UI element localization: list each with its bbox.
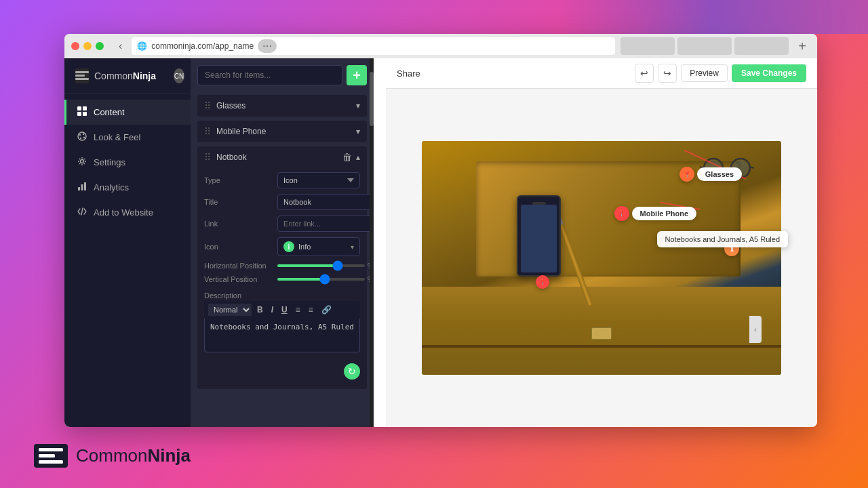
- sidebar-item-analytics[interactable]: Analytics: [64, 175, 191, 200]
- description-textarea[interactable]: Notebooks and Journals, A5 Ruled: [204, 319, 360, 352]
- add-item-button[interactable]: +: [347, 65, 367, 85]
- svg-rect-13: [78, 187, 80, 190]
- list-item: ⠿ Mobile Phone ▾: [197, 121, 367, 142]
- refresh-btn[interactable]: ↻: [344, 363, 360, 380]
- scrollbar-thumb[interactable]: [370, 72, 374, 126]
- underline-btn[interactable]: U: [279, 304, 290, 316]
- more-options-btn[interactable]: ⋯: [258, 39, 277, 53]
- scrollbar-track[interactable]: [370, 58, 374, 427]
- bottom-logo-text: CommonNinja: [76, 445, 191, 466]
- svg-rect-0: [75, 71, 89, 73]
- tab-3[interactable]: [734, 37, 789, 55]
- chevron-down-icon: ▾: [351, 243, 354, 251]
- preview-area: Share ↩ ↪ Preview Save Changes: [386, 58, 817, 427]
- sidebar-item-settings[interactable]: Settings: [64, 150, 191, 175]
- type-row: Type Icon Text Image: [204, 172, 360, 188]
- svg-rect-15: [84, 182, 86, 190]
- mobile-phone-item-header[interactable]: ⠿ Mobile Phone ▾: [197, 121, 367, 142]
- svg-point-8: [79, 134, 81, 136]
- back-button[interactable]: ‹: [115, 39, 126, 54]
- share-label: Share: [397, 68, 420, 79]
- tab-1[interactable]: [620, 37, 675, 55]
- mobile-phone-item-label: Mobile Phone: [216, 127, 266, 136]
- bottom-logo: CommonNinja: [34, 444, 191, 468]
- delete-notebook-btn[interactable]: 🗑: [342, 152, 352, 163]
- link-btn[interactable]: 🔗: [319, 304, 334, 316]
- svg-point-9: [83, 134, 84, 135]
- description-section: Description Normal B I U ≡ ≡ 🔗: [204, 289, 360, 355]
- browser-window: ‹ 🌐 commoninja.com/app_name ⋯ +: [64, 34, 817, 427]
- extra-hotspot[interactable]: 📍: [536, 275, 549, 289]
- svg-rect-6: [83, 112, 87, 116]
- horizontal-position-slider[interactable]: [277, 264, 365, 267]
- svg-point-10: [83, 137, 85, 138]
- collapse-notebook-btn[interactable]: ▴: [356, 152, 360, 162]
- panel-items-list: ⠿ Glasses ▾ ⠿ Mobile Phone: [191, 92, 374, 427]
- collapse-glasses-btn[interactable]: ▾: [356, 101, 360, 110]
- glasses-item-header[interactable]: ⠿ Glasses ▾: [197, 95, 367, 117]
- close-window-btn[interactable]: [71, 42, 79, 50]
- drag-handle-icon[interactable]: ⠿: [204, 126, 211, 137]
- app-content: CommonNinja CN Common Ninja ▾: [64, 58, 817, 427]
- panel-collapse-btn[interactable]: ‹: [749, 316, 762, 343]
- notebook-tooltip: Notebooks and Journals, A5 Ruled: [657, 231, 788, 247]
- mobile-phone-hotspot[interactable]: 📍 Mobile Phone: [614, 206, 697, 221]
- ordered-list-btn[interactable]: ≡: [293, 304, 303, 316]
- svg-rect-1: [75, 75, 85, 77]
- sidebar-item-label: Look & Feel: [94, 132, 140, 142]
- save-changes-button[interactable]: Save Changes: [732, 64, 806, 82]
- logo-icon: [75, 68, 89, 83]
- drag-handle-icon[interactable]: ⠿: [204, 100, 211, 111]
- notebook-item-header[interactable]: ⠿ Notbook 🗑 ▴: [197, 146, 367, 168]
- address-bar[interactable]: 🌐 commoninja.com/app_name ⋯: [132, 37, 615, 55]
- undo-btn[interactable]: ↩: [635, 64, 654, 83]
- italic-btn[interactable]: I: [269, 304, 276, 316]
- panel-search: +: [191, 58, 374, 92]
- link-label: Link: [204, 220, 272, 228]
- sidebar-item-add-to-website[interactable]: Add to Website: [64, 200, 191, 225]
- search-input[interactable]: [197, 65, 342, 85]
- tab-2[interactable]: [677, 37, 732, 55]
- preview-header: Share ↩ ↪ Preview Save Changes: [386, 58, 817, 89]
- icon-label: Icon: [204, 243, 272, 251]
- vertical-position-slider[interactable]: [277, 278, 365, 281]
- svg-rect-14: [81, 184, 83, 190]
- maximize-window-btn[interactable]: [96, 42, 104, 50]
- link-input[interactable]: [277, 216, 374, 232]
- title-input[interactable]: [277, 194, 374, 210]
- svg-rect-23: [39, 448, 63, 451]
- header-logo-area: CommonNinja: [94, 70, 156, 81]
- glasses-hotspot[interactable]: 📍 Glasses: [679, 167, 742, 182]
- preview-button[interactable]: Preview: [681, 64, 728, 82]
- sidebar-item-look-feel[interactable]: Look & Feel: [64, 125, 191, 150]
- minimize-window-btn[interactable]: [83, 42, 92, 50]
- horizontal-slider-wrapper: %: [277, 262, 374, 270]
- traffic-lights: [71, 42, 104, 50]
- new-tab-button[interactable]: +: [794, 39, 810, 54]
- svg-point-7: [78, 132, 86, 140]
- code-icon: [77, 207, 87, 218]
- icon-select[interactable]: i Info ▾: [277, 237, 360, 256]
- drag-handle-icon[interactable]: ⠿: [204, 152, 211, 163]
- glasses-item-label: Glasses: [216, 101, 245, 110]
- svg-rect-25: [39, 460, 63, 464]
- collapse-mobile-btn[interactable]: ▾: [356, 127, 360, 136]
- list-item: ⠿ Notbook 🗑 ▴ Type: [197, 146, 367, 389]
- glasses-pin-label: Glasses: [697, 167, 742, 181]
- bold-btn[interactable]: B: [254, 304, 266, 316]
- svg-rect-3: [77, 106, 81, 110]
- redo-btn[interactable]: ↪: [658, 64, 677, 83]
- sidebar-item-content[interactable]: Content: [64, 100, 191, 125]
- mobile-pin-dot: 📍: [614, 206, 629, 221]
- sidebar-logo: CommonNinja CN Common Ninja ▾: [64, 58, 191, 94]
- browser-tab-bar: ‹ 🌐 commoninja.com/app_name ⋯ +: [64, 34, 817, 58]
- title-row: Title: [204, 194, 360, 210]
- bullet-list-btn[interactable]: ≡: [306, 304, 316, 316]
- vertical-slider-wrapper: %: [277, 276, 374, 283]
- sidebar-item-label: Content: [94, 107, 125, 117]
- list-item: ⠿ Glasses ▾: [197, 95, 367, 117]
- type-select[interactable]: Icon Text Image: [277, 172, 360, 188]
- extra-pin-dot: 📍: [536, 275, 549, 289]
- text-style-select[interactable]: Normal: [208, 304, 252, 316]
- svg-point-12: [81, 160, 84, 163]
